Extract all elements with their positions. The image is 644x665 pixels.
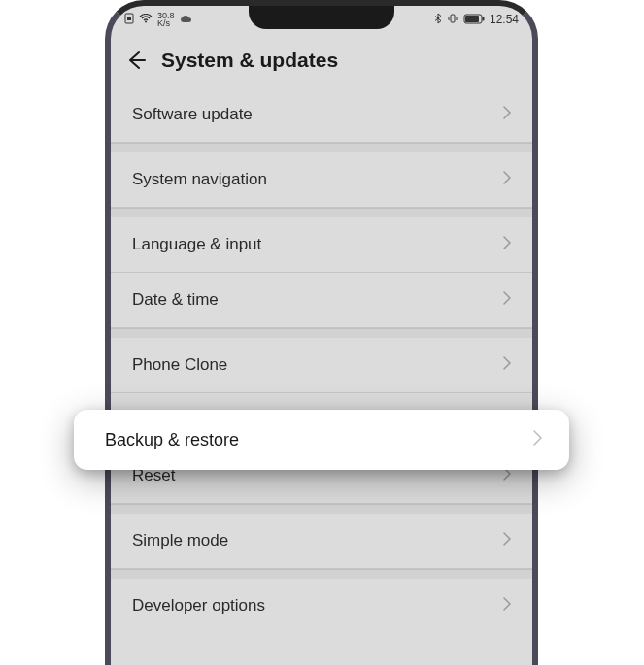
menu-list: Software update System navigation Langua… (111, 87, 532, 633)
status-left: 30.8 K/s (124, 12, 193, 27)
vibrate-icon (447, 13, 458, 26)
menu-label: Phone Clone (132, 355, 227, 375)
arrow-left-icon (125, 50, 147, 71)
menu-item-phone-clone[interactable]: Phone Clone (111, 338, 532, 393)
speed-unit: K/s (157, 18, 170, 28)
menu-item-developer-options[interactable]: Developer options (111, 579, 532, 633)
divider (111, 328, 532, 338)
speed-indicator: 30.8 K/s (157, 12, 175, 27)
menu-item-system-navigation[interactable]: System navigation (111, 152, 532, 208)
chevron-right-icon (503, 106, 511, 123)
svg-point-2 (145, 21, 147, 23)
svg-rect-3 (451, 15, 455, 22)
menu-label: Date & time (132, 290, 219, 310)
menu-item-simple-mode[interactable]: Simple mode (111, 514, 532, 569)
status-bar: 30.8 K/s 12:54 (111, 6, 532, 33)
chevron-right-icon (503, 171, 511, 188)
divider (111, 208, 532, 217)
menu-item-software-update[interactable]: Software update (111, 87, 532, 143)
divider (111, 569, 532, 579)
menu-label: Software update (132, 105, 253, 124)
menu-item-date-time[interactable]: Date & time (111, 273, 532, 328)
status-right: 12:54 (434, 13, 519, 26)
svg-rect-8 (482, 17, 484, 20)
chevron-right-icon (503, 356, 511, 374)
menu-label: Backup & restore (105, 430, 239, 450)
menu-label: System navigation (132, 170, 267, 189)
menu-label: Simple mode (132, 531, 228, 550)
chevron-right-icon (503, 532, 511, 549)
svg-rect-7 (465, 16, 479, 22)
svg-rect-1 (127, 17, 131, 20)
menu-label: Developer options (132, 596, 265, 615)
back-button[interactable] (124, 49, 148, 72)
menu-item-backup-restore[interactable]: Backup & restore (74, 410, 569, 470)
page-title: System & updates (161, 49, 338, 72)
wifi-icon (139, 14, 153, 25)
menu-item-language-input[interactable]: Language & input (111, 217, 532, 273)
chevron-right-icon (503, 597, 511, 615)
battery-icon (463, 14, 485, 26)
phone-frame: 30.8 K/s 12:54 System & updates (105, 0, 538, 665)
chevron-right-icon (533, 430, 542, 449)
chevron-right-icon (503, 291, 511, 309)
chevron-right-icon (503, 236, 511, 253)
divider (111, 143, 532, 152)
sim-icon (124, 13, 134, 26)
divider (111, 504, 532, 514)
page-header: System & updates (111, 33, 532, 87)
time-label: 12:54 (490, 13, 519, 26)
menu-label: Language & input (132, 235, 261, 254)
bluetooth-icon (434, 13, 442, 26)
cloud-icon (180, 14, 193, 25)
